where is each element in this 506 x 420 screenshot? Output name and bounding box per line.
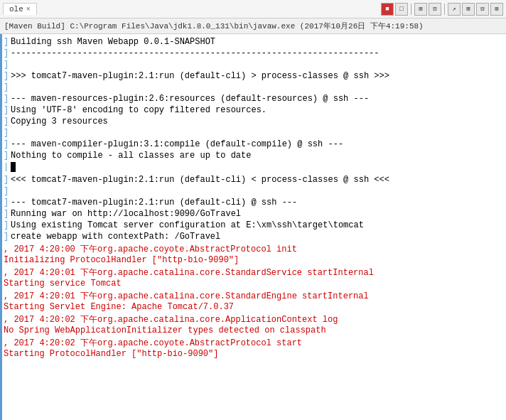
console-line: ]--- tomcat7-maven-plugin:2.1:run (defau… [2, 198, 506, 209]
line-text: create webapp with contextPath: /GoTrave… [11, 232, 220, 242]
console-line: ]---------------------------------------… [2, 48, 506, 60]
console-line: ] [2, 82, 506, 94]
line-text: No Spring WebApplicationInitializer type… [4, 325, 326, 335]
console-line: ]Running war on http://localhost:9090/Go… [2, 209, 506, 220]
console-line: ]Nothing to compile - all classes are up… [2, 151, 506, 162]
line-text: ----------------------------------------… [11, 48, 379, 58]
console-line: ] [2, 186, 506, 198]
line-marker: ] [4, 232, 11, 242]
console-line: ] [2, 60, 506, 71]
line-text: , 2017 4:20:01 下午org.apache.catalina.cor… [4, 290, 369, 302]
console-line: Starting Servlet Engine: Apache Tomcat/7… [2, 302, 506, 313]
line-marker: ] [4, 82, 11, 92]
line-text: --- maven-compiler-plugin:3.1:compile (d… [11, 139, 343, 149]
pin-button[interactable]: ⊞ [414, 3, 427, 16]
console-line: ]Building ssh Maven Webapp 0.0.1-SNAPSHO… [2, 37, 506, 48]
line-text: Building ssh Maven Webapp 0.0.1-SNAPSHOT [11, 37, 215, 47]
console-line: ] [2, 128, 506, 139]
line-marker: ] [4, 139, 11, 149]
line-text: <<< tomcat7-maven-plugin:2.1:run (defaul… [11, 175, 389, 185]
line-text: Starting service Tomcat [4, 279, 122, 289]
settings-button[interactable]: ⊠ [462, 3, 475, 16]
line-text: , 2017 4:20:00 下午org.apache.coyote.Abstr… [4, 243, 297, 255]
line-text: Copying 3 resources [11, 117, 108, 126]
line-marker: ] [4, 37, 11, 47]
console-line: ]Using existing Tomcat server configurat… [2, 220, 506, 232]
cursor [11, 162, 16, 172]
console-line: ]Copying 3 resources [2, 117, 506, 128]
console-line: , 2017 4:20:00 下午org.apache.coyote.Abstr… [2, 243, 506, 255]
line-text: >>> tomcat7-maven-plugin:2.1:run (defaul… [11, 71, 389, 81]
console-line: ]--- maven-resources-plugin:2.6:resource… [2, 94, 506, 105]
console-body[interactable]: ]Building ssh Maven Webapp 0.0.1-SNAPSHO… [0, 34, 506, 420]
line-text: Starting ProtocolHandler ["http-bio-9090… [4, 349, 218, 359]
console-line: ]--- maven-compiler-plugin:3.1:compile (… [2, 139, 506, 151]
line-text: Nothing to compile - all classes are up … [11, 151, 251, 161]
line-text: Using 'UTF-8' encoding to copy filtered … [11, 105, 267, 115]
console-line: Initializing ProtocolHandler ["http-bio-… [2, 255, 506, 266]
toolbar-separator-2 [444, 4, 445, 15]
line-text: --- tomcat7-maven-plugin:2.1:run (defaul… [11, 198, 297, 208]
maximize-button[interactable]: ↗ [448, 3, 461, 16]
console-header-text: [Maven Build] C:\Program Files\Java\jdk1… [4, 21, 424, 31]
console-line: No Spring WebApplicationInitializer type… [2, 325, 506, 337]
line-marker: ] [4, 105, 11, 115]
line-text: --- maven-resources-plugin:2.6:resources… [11, 94, 369, 104]
line-marker: ] [4, 94, 11, 104]
line-text: Starting Servlet Engine: Apache Tomcat/7… [4, 302, 234, 312]
line-marker: ] [4, 186, 11, 196]
console-line: , 2017 4:20:01 下午org.apache.catalina.cor… [2, 266, 506, 279]
console-tab[interactable]: ole × [3, 3, 37, 15]
console-tab-close[interactable]: × [26, 6, 31, 14]
disconnect-button[interactable]: □ [395, 3, 408, 16]
main-window: ole × ■ □ ⊞ ⊡ ↗ ⊠ ⊟ ⊞ [Maven Build] C:\P… [0, 0, 506, 420]
line-text: Running war on http://localhost:9090/GoT… [11, 209, 241, 219]
title-bar-left: ole × [3, 3, 37, 15]
console-line: | [2, 162, 506, 175]
console-line: ]>>> tomcat7-maven-plugin:2.1:run (defau… [2, 71, 506, 82]
collapse-button[interactable]: ⊟ [476, 3, 489, 16]
console-line: , 2017 4:20:02 下午org.apache.catalina.cor… [2, 313, 506, 325]
line-text: , 2017 4:20:01 下午org.apache.catalina.cor… [4, 266, 374, 279]
line-marker: ] [4, 48, 11, 58]
console-line: , 2017 4:20:02 下午org.apache.coyote.Abstr… [2, 337, 506, 349]
title-bar: ole × ■ □ ⊞ ⊡ ↗ ⊠ ⊟ ⊞ [0, 0, 506, 18]
console-line: , 2017 4:20:01 下午org.apache.catalina.cor… [2, 290, 506, 302]
line-marker: ] [4, 198, 11, 208]
line-marker: ] [4, 175, 11, 185]
line-marker: ] [4, 209, 11, 219]
console-tab-label: ole [9, 5, 23, 14]
line-text [11, 162, 16, 175]
stop-button[interactable]: ■ [381, 3, 394, 16]
line-text: , 2017 4:20:02 下午org.apache.coyote.Abstr… [4, 337, 302, 349]
line-marker: ] [4, 220, 11, 230]
expand-button[interactable]: ⊞ [490, 3, 503, 16]
line-marker: ] [4, 128, 11, 138]
line-marker: ] [4, 117, 11, 126]
console-line: Starting ProtocolHandler ["http-bio-9090… [2, 349, 506, 360]
line-text: Using existing Tomcat server configurati… [11, 220, 364, 230]
line-marker: | [4, 162, 11, 172]
console-line: ]Using 'UTF-8' encoding to copy filtered… [2, 105, 506, 117]
line-text: Initializing ProtocolHandler ["http-bio-… [4, 255, 239, 265]
line-text: , 2017 4:20:02 下午org.apache.catalina.cor… [4, 313, 338, 325]
toolbar-buttons: ■ □ ⊞ ⊡ ↗ ⊠ ⊟ ⊞ [381, 3, 503, 16]
layout-button[interactable]: ⊡ [429, 3, 441, 16]
console-header: [Maven Build] C:\Program Files\Java\jdk1… [0, 18, 506, 34]
line-marker: ] [4, 151, 11, 161]
console-line: Starting service Tomcat [2, 279, 506, 290]
line-marker: ] [4, 71, 11, 81]
console-line: ]create webapp with contextPath: /GoTrav… [2, 232, 506, 243]
console-line: ]<<< tomcat7-maven-plugin:2.1:run (defau… [2, 175, 506, 186]
toolbar-separator-1 [411, 4, 411, 15]
line-marker: ] [4, 60, 11, 70]
